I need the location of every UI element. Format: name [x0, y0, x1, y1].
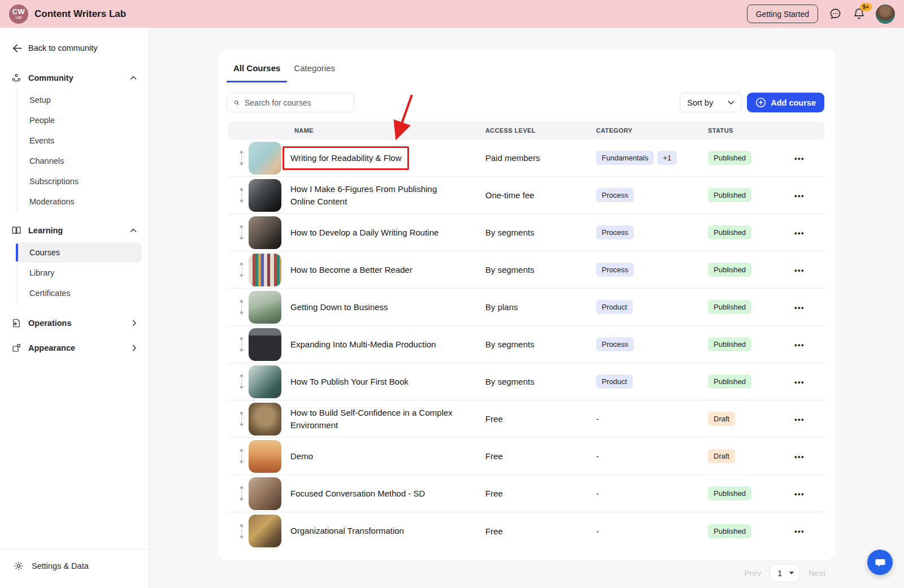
sidebar-item-courses[interactable]: Courses	[16, 242, 142, 263]
drag-handle-icon[interactable]	[238, 448, 245, 464]
drag-handle-icon[interactable]	[238, 225, 245, 240]
row-menu-button[interactable]: •••	[794, 229, 805, 237]
table-row[interactable]: Expanding Into Multi-Media Production By…	[228, 326, 824, 363]
drag-handle-icon[interactable]	[238, 150, 245, 165]
sidebar-section-operations[interactable]: Operations	[0, 312, 149, 334]
sort-by-label: Sort by	[687, 98, 713, 107]
plus-circle-icon	[755, 97, 766, 108]
status-badge: Published	[708, 300, 751, 314]
course-name[interactable]: How to Become a Better Reader	[290, 264, 412, 276]
row-menu-button[interactable]: •••	[794, 378, 805, 386]
appearance-icon	[11, 343, 21, 353]
row-menu-button[interactable]: •••	[794, 303, 805, 312]
course-name[interactable]: How to Build Self-Confidence in a Comple…	[290, 407, 460, 432]
drag-handle-icon[interactable]	[238, 524, 245, 539]
sort-by-dropdown[interactable]: Sort by	[680, 93, 742, 112]
course-categories: Process	[596, 337, 708, 351]
table-row[interactable]: Focused Conversation Method - SD Free - …	[228, 475, 824, 512]
status-badge: Published	[708, 524, 751, 538]
course-name[interactable]: Organizational Transformation	[290, 525, 404, 537]
back-to-community-link[interactable]: Back to community	[12, 43, 149, 53]
table-row[interactable]: How to Develop a Daily Writing Routine B…	[228, 214, 824, 251]
prev-button[interactable]: Prev	[744, 569, 761, 578]
community-name: Content Writers Lab	[34, 8, 126, 20]
messages-button[interactable]	[828, 7, 842, 21]
table-row[interactable]: Writing for Readability & Flow Paid memb…	[228, 140, 824, 177]
sidebar-section-learning[interactable]: Learning	[0, 220, 149, 241]
drag-handle-icon[interactable]	[238, 486, 245, 501]
drag-handle-icon[interactable]	[238, 411, 245, 426]
drag-handle-icon[interactable]	[238, 374, 245, 389]
table-row[interactable]: How to Become a Better Reader By segment…	[228, 251, 824, 289]
drag-handle-icon[interactable]	[238, 262, 245, 277]
course-thumbnail	[249, 179, 281, 212]
sidebar-item-library[interactable]: Library	[0, 263, 149, 283]
add-course-button[interactable]: Add course	[747, 93, 824, 112]
course-name[interactable]: How To Publish Your First Book	[290, 376, 408, 388]
category-badge: Process	[596, 188, 634, 202]
next-button[interactable]: Next	[809, 569, 825, 578]
sidebar-item-subscriptions[interactable]: Subscriptions	[0, 171, 149, 191]
sidebar-item-channels[interactable]: Channels	[0, 151, 149, 171]
top-bar: CW Lab Content Writers Lab Getting Start…	[0, 0, 904, 28]
row-menu-button[interactable]: •••	[794, 266, 805, 275]
row-menu-button[interactable]: •••	[794, 191, 805, 200]
course-access-level: By segments	[485, 377, 596, 386]
row-menu-button[interactable]: •••	[794, 415, 805, 424]
drag-handle-icon[interactable]	[238, 337, 245, 352]
course-name[interactable]: Writing for Readability & Flow	[290, 146, 409, 170]
sidebar-item-setup[interactable]: Setup	[0, 90, 149, 110]
table-row[interactable]: Getting Down to Business By plans Produc…	[228, 289, 824, 326]
course-name[interactable]: Demo	[290, 450, 313, 463]
row-menu-button[interactable]: •••	[794, 452, 805, 461]
sidebar-section-appearance[interactable]: Appearance	[0, 337, 149, 359]
user-avatar[interactable]	[876, 5, 895, 24]
learning-icon	[11, 225, 21, 236]
course-access-level: Free	[485, 451, 596, 461]
tab-all-courses[interactable]: All Courses	[227, 63, 287, 82]
sidebar-item-events[interactable]: Events	[0, 130, 149, 151]
chevron-down-icon	[728, 101, 734, 105]
course-search[interactable]	[227, 93, 354, 112]
table-row[interactable]: How to Build Self-Confidence in a Comple…	[228, 400, 824, 438]
community-logo[interactable]: CW Lab	[9, 5, 28, 24]
settings-data-link[interactable]: Settings & Data	[0, 549, 149, 588]
sidebar-item-moderations[interactable]: Moderations	[0, 191, 149, 212]
course-access-level: Free	[485, 526, 596, 536]
caret-down-icon	[789, 572, 794, 574]
search-input[interactable]	[245, 98, 347, 107]
drag-handle-icon[interactable]	[238, 188, 245, 203]
course-name[interactable]: How to Develop a Daily Writing Routine	[290, 227, 438, 239]
page-select[interactable]: 1	[770, 564, 800, 582]
sidebar-item-certificates[interactable]: Certificates	[0, 283, 149, 303]
courses-table: NAME ACCESS LEVEL CATEGORY STATUS Writin…	[228, 121, 824, 550]
course-thumbnail	[249, 328, 281, 361]
table-row[interactable]: How I Make 6-Figures From Publishing Onl…	[228, 177, 824, 214]
logo-sub: Lab	[16, 16, 22, 20]
table-row[interactable]: Organizational Transformation Free - Pub…	[228, 512, 824, 550]
getting-started-button[interactable]: Getting Started	[747, 5, 818, 23]
category-badge: Fundamentals	[596, 151, 654, 165]
status-badge: Published	[708, 374, 751, 389]
course-name[interactable]: Getting Down to Business	[290, 301, 388, 313]
section-label: Community	[28, 73, 73, 82]
course-thumbnail	[249, 142, 281, 175]
row-menu-button[interactable]: •••	[794, 154, 805, 163]
table-row[interactable]: Demo Free - Draft •••	[228, 438, 824, 475]
sidebar-section-community[interactable]: Community	[0, 67, 149, 89]
community-icon	[11, 73, 21, 83]
notifications-button[interactable]: 9+	[852, 7, 866, 21]
course-name[interactable]: Focused Conversation Method - SD	[290, 487, 425, 500]
table-row[interactable]: How To Publish Your First Book By segmen…	[228, 363, 824, 400]
chat-bubble-icon	[829, 7, 842, 20]
row-menu-button[interactable]: •••	[794, 341, 805, 349]
sidebar-item-people[interactable]: People	[0, 110, 149, 130]
tab-categories[interactable]: Categories	[287, 63, 342, 82]
drag-handle-icon[interactable]	[238, 299, 245, 315]
course-name[interactable]: How I Make 6-Figures From Publishing Onl…	[290, 183, 460, 208]
row-menu-button[interactable]: •••	[794, 527, 805, 535]
status-badge: Published	[708, 486, 751, 500]
row-menu-button[interactable]: •••	[794, 490, 805, 498]
course-name[interactable]: Expanding Into Multi-Media Production	[290, 338, 436, 351]
chat-widget-button[interactable]	[867, 550, 893, 575]
